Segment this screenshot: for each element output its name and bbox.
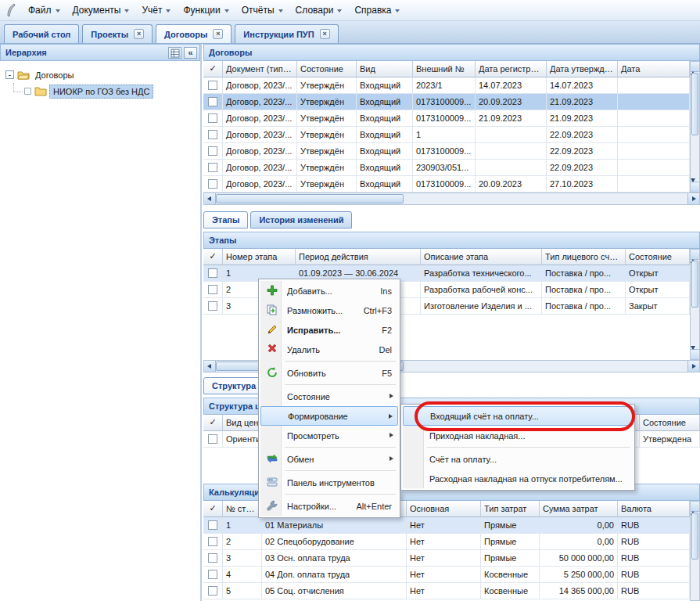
table-row[interactable]: 303 Осн. оплата трудаНетПрямые50 000 000… [203,550,690,567]
menu-item-toolbar[interactable]: Панель инструментов [260,473,398,492]
checkbox[interactable] [208,570,217,579]
checkbox[interactable] [208,586,217,596]
check-column-header[interactable]: ✓ [203,501,223,517]
column-header[interactable]: Дата утверждения [547,61,618,77]
scroll-down-button[interactable] [691,182,699,192]
scrollbar-thumb[interactable] [691,261,698,308]
table-row-selected[interactable]: 101 МатериалыНетПрямые0,00RUB [203,517,690,534]
scroll-up-button[interactable] [691,62,699,72]
menu-dictionaries[interactable]: Словари [289,1,349,20]
checkbox[interactable] [208,146,217,156]
menu-item-duplicate[interactable]: Размножить... Ctrl+F3 [260,300,398,320]
scrollbar-track[interactable] [691,308,699,349]
scrollbar-thumb[interactable] [691,513,698,560]
close-icon[interactable] [213,29,223,39]
table-row[interactable]: Договор, 2023/...УтверждёнВходящий017310… [203,143,690,160]
column-header[interactable]: Тип затрат [481,501,540,517]
column-header[interactable]: Тип лицевого счёта [542,249,626,265]
scrollbar-track[interactable] [404,361,687,372]
vertical-scrollbar[interactable] [690,61,700,193]
column-header[interactable]: Состояние [640,415,700,431]
column-header[interactable]: Основная [407,501,481,517]
column-header[interactable]: Внешний № [413,61,476,77]
scroll-left-button[interactable] [204,361,216,372]
checkbox[interactable] [208,163,217,172]
scrollbar-thumb[interactable] [216,194,404,203]
column-header[interactable]: Дата [618,61,690,77]
scroll-right-button[interactable] [687,361,699,372]
tab-projects[interactable]: Проекты [82,24,153,43]
hierarchy-view-button[interactable] [168,47,181,59]
collapse-panel-button[interactable] [184,47,197,59]
column-header[interactable]: Состояние [626,249,690,265]
menu-item-edit[interactable]: Исправить... F2 [260,320,398,340]
scroll-up-button[interactable] [691,250,699,260]
checkbox[interactable] [208,520,217,530]
scroll-up-button[interactable] [691,502,699,512]
menu-item-formation[interactable]: Формирование [260,406,398,426]
scrollbar-track[interactable] [691,136,699,182]
scroll-right-button[interactable] [687,193,699,204]
scroll-down-button[interactable] [691,349,699,359]
table-row[interactable]: 202 СпецоборудованиеНетПрямые0,00RUB [203,534,690,550]
menu-item-delete[interactable]: Удалить Del [260,340,398,359]
column-header[interactable]: Сумма затрат [540,501,618,517]
scroll-left-button[interactable] [204,193,216,204]
table-row[interactable]: 404 Доп. оплата трудаНетКосвенные5 250 0… [203,567,690,583]
tab-contracts[interactable]: Договоры [156,24,232,43]
expand-collapse-icon[interactable] [5,70,14,79]
column-header[interactable]: Вид [357,61,413,77]
menu-item-add[interactable]: Добавить... Ins [260,281,398,300]
check-column-header[interactable]: ✓ [203,249,223,265]
checkbox[interactable] [208,301,217,311]
submenu-item-dispatch-note[interactable]: Расходная накладная на отпуск потребител… [403,469,633,488]
table-row[interactable]: Договор, 2023/...УтверждёнВходящий122.09… [203,127,690,143]
tab-structure[interactable]: Структура [203,377,264,394]
tab-stages[interactable]: Этапы [203,211,248,229]
table-row[interactable]: Договор, 2023/...УтверждёнВходящий2023/1… [203,77,690,94]
column-header[interactable]: Описание этапа [421,249,542,265]
scrollbar-track[interactable] [404,193,687,204]
menu-item-settings[interactable]: Настройки... Alt+Enter [260,496,398,516]
tree-node-root[interactable]: Договоры [2,67,198,83]
check-column-header[interactable]: ✓ [203,61,223,77]
checkbox[interactable] [208,81,217,90]
check-column-header[interactable]: ✓ [203,415,223,431]
tab-instructions[interactable]: Инструкции ПУП [235,24,338,43]
tab-change-history[interactable]: История изменений [250,211,352,229]
column-header[interactable]: Валюта [618,501,690,517]
checkbox[interactable] [208,537,217,546]
table-row[interactable]: 505 Соц. отчисленияНетКосвенные14 365 00… [203,583,690,599]
menu-item-view[interactable]: Просмотреть [260,426,398,445]
table-row-selected[interactable]: Договор, 2023/...УтверждёнВходящий017310… [203,94,690,110]
checkbox[interactable] [208,434,217,444]
menu-documents[interactable]: Документы [66,1,136,20]
menu-functions[interactable]: Функции [177,1,235,20]
checkbox[interactable] [208,553,217,563]
tab-desktop[interactable]: Рабочий стол [4,24,79,43]
menu-help[interactable]: Справка [348,1,406,20]
checkbox[interactable] [208,285,217,294]
horizontal-scrollbar[interactable] [203,193,700,205]
column-header[interactable]: № строки [223,501,262,517]
vertical-scrollbar[interactable] [690,501,700,601]
menu-accounting[interactable]: Учёт [135,1,177,20]
scrollbar-thumb[interactable] [691,73,698,135]
menu-item-exchange[interactable]: Обмен [260,449,398,469]
menu-item-state[interactable]: Состояние [260,387,398,406]
menu-item-refresh[interactable]: Обновить F5 [260,363,398,383]
checkbox[interactable] [208,97,217,106]
tree-node-child[interactable]: НИОКР по ГОЗ без НДС [2,83,198,99]
checkbox[interactable] [208,268,217,278]
table-row[interactable]: Договор, 2023/...УтверждёнВходящий017310… [203,176,690,193]
column-header[interactable]: Период действия [296,249,421,265]
column-header[interactable]: Состояние [297,61,357,77]
table-row[interactable]: Договор, 2023/...УтверждёнВходящий017310… [203,110,690,127]
close-icon[interactable] [134,29,144,39]
column-header[interactable]: Дата регистрации [476,61,547,77]
menu-file[interactable]: Файл [22,1,66,20]
checkbox[interactable] [208,113,217,123]
checkbox[interactable] [208,130,217,139]
column-header[interactable]: Номер этапа [223,249,296,265]
scrollbar-track[interactable] [691,560,699,600]
